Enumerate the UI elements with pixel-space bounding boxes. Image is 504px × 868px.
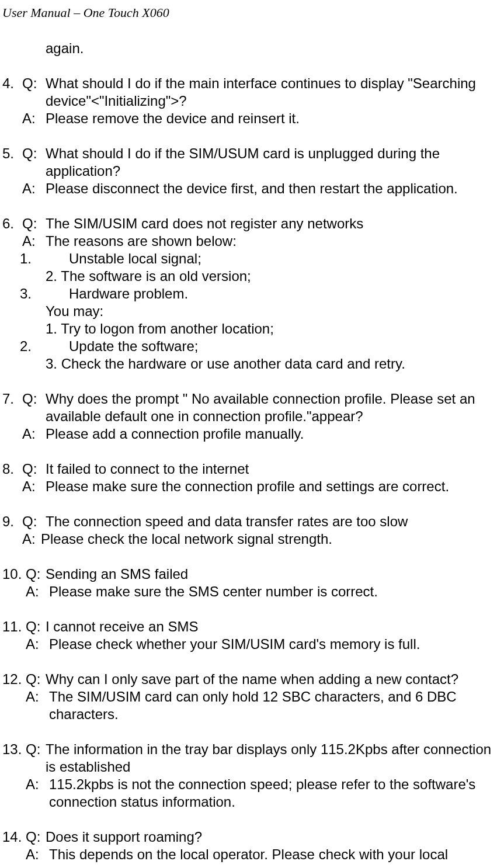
answer-row: 5.A:Please disconnect the device first, …	[2, 180, 502, 197]
answer-row: 14.A:This depends on the local operator.…	[2, 846, 502, 863]
question-row: 13.Q:The information in the tray bar dis…	[2, 741, 502, 776]
a-label: A:	[22, 478, 46, 495]
q-label: Q:	[22, 75, 46, 110]
question-text: What should I do if the SIM/USUM card is…	[46, 145, 502, 180]
q-label: Q:	[26, 565, 46, 583]
question-text: It failed to connect to the internet	[46, 460, 502, 478]
q-label: Q:	[22, 513, 46, 530]
item-number: 6.	[2, 215, 22, 232]
question-row: 5.Q:What should I do if the SIM/USUM car…	[2, 145, 502, 180]
item-number: 8.	[2, 460, 22, 478]
sub-number: 1.	[2, 250, 46, 268]
answer-row: 8.A:Please make sure the connection prof…	[2, 478, 502, 495]
answer-row: 12.A:The SIM/USIM card can only hold 12 …	[2, 688, 502, 723]
faq-item: 8.Q:It failed to connect to the internet…	[2, 460, 502, 495]
faq-item: 6.Q:The SIM/USIM card does not register …	[2, 215, 502, 373]
a-label: A:	[26, 583, 49, 600]
faq-item: 11.Q:I cannot receive an SMS11.A:Please …	[2, 618, 502, 653]
faq-item: 13.Q:The information in the tray bar dis…	[2, 741, 502, 811]
question-row: 4.Q:What should I do if the main interfa…	[2, 75, 502, 110]
item-number: 7.	[2, 390, 22, 425]
question-text: What should I do if the main interface c…	[46, 75, 502, 110]
sub-mid-text: You may:	[46, 303, 502, 320]
document-body: again. 4.Q:What should I do if the main …	[0, 21, 504, 863]
a-label: A:	[26, 688, 49, 723]
faq-item: 9.Q:The connection speed and data transf…	[2, 513, 502, 548]
sub-list-row: 1.Unstable local signal;	[2, 250, 502, 268]
sub-text: Unstable local signal;	[69, 250, 502, 268]
question-text: Sending an SMS failed	[46, 565, 502, 583]
item-number: 9.	[2, 513, 22, 530]
question-text: The connection speed and data transfer r…	[46, 513, 502, 530]
question-text: I cannot receive an SMS	[46, 618, 502, 636]
q-label: Q:	[22, 460, 46, 478]
sub-list-row: 2. The software is an old version;	[46, 268, 502, 285]
answer-row: 10.A:Please make sure the SMS center num…	[2, 583, 502, 600]
item-number: 13.	[2, 741, 26, 776]
question-text: Why does the prompt " No available conne…	[46, 390, 502, 425]
faq-item: 10.Q:Sending an SMS failed10.A:Please ma…	[2, 565, 502, 600]
answer-row: 4.A:Please remove the device and reinser…	[2, 110, 502, 127]
q-label: Q:	[26, 618, 46, 636]
answer-text: 115.2kpbs is not the connection speed; p…	[49, 776, 502, 811]
sub-list-row: 3.Hardware problem.	[2, 285, 502, 303]
answer-text: This depends on the local operator. Plea…	[49, 846, 502, 863]
q-label: Q:	[26, 828, 46, 846]
answer-text: The SIM/USIM card can only hold 12 SBC c…	[49, 688, 502, 723]
sub-text: Hardware problem.	[69, 285, 502, 303]
sub-text: Update the software;	[69, 338, 502, 355]
answer-text: Please check whether your SIM/USIM card'…	[49, 636, 502, 653]
a-label: A:	[22, 180, 46, 197]
faq-item: 4.Q:What should I do if the main interfa…	[2, 75, 502, 127]
question-row: 11.Q:I cannot receive an SMS	[2, 618, 502, 636]
item-number: 12.	[2, 671, 26, 688]
question-text: Does it support roaming?	[46, 828, 502, 846]
question-row: 9.Q:The connection speed and data transf…	[2, 513, 502, 530]
answer-text: Please make sure the connection profile …	[46, 478, 502, 495]
faq-item: 7.Q:Why does the prompt " No available c…	[2, 390, 502, 443]
a-label: A:	[26, 636, 49, 653]
question-row: 10.Q:Sending an SMS failed	[2, 565, 502, 583]
question-text: The SIM/USIM card does not register any …	[46, 215, 502, 232]
question-row: 6.Q:The SIM/USIM card does not register …	[2, 215, 502, 232]
sub-list-row: 3. Check the hardware or use another dat…	[46, 355, 502, 373]
page-header: User Manual – One Touch X060	[0, 0, 504, 21]
answer-row: 7.A:Please add a connection profile manu…	[2, 425, 502, 443]
answer-text: Please add a connection profile manually…	[46, 425, 502, 443]
item-number: 11.	[2, 618, 26, 636]
q-label: Q:	[22, 390, 46, 425]
sub-list-row: 2.Update the software;	[2, 338, 502, 355]
q-label: Q:	[26, 671, 46, 688]
a-label: A:	[22, 232, 46, 250]
answer-row: 11.A:Please check whether your SIM/USIM …	[2, 636, 502, 653]
answer-text: Please remove the device and reinsert it…	[46, 110, 502, 127]
faq-item: 14.Q:Does it support roaming?14.A:This d…	[2, 828, 502, 863]
a-label: A:	[22, 530, 41, 548]
question-text: Why can I only save part of the name whe…	[46, 671, 502, 688]
answer-row: 6.A:The reasons are shown below:	[2, 232, 502, 250]
a-label: A:	[22, 110, 46, 127]
sub-number: 2.	[2, 338, 46, 355]
q-label: Q:	[26, 741, 46, 776]
item-number: 14.	[2, 828, 26, 846]
question-row: 7.Q:Why does the prompt " No available c…	[2, 390, 502, 425]
sub-list-row: 1. Try to logon from another location;	[46, 320, 502, 338]
item-number: 10.	[2, 565, 26, 583]
answer-text: Please check the local network signal st…	[41, 530, 502, 548]
faq-item: 5.Q:What should I do if the SIM/USUM car…	[2, 145, 502, 197]
answer-row: 13.A:115.2kpbs is not the connection spe…	[2, 776, 502, 811]
item-number: 4.	[2, 75, 22, 110]
faq-item: 12.Q:Why can I only save part of the nam…	[2, 671, 502, 723]
q-label: Q:	[22, 145, 46, 180]
item-number: 5.	[2, 145, 22, 180]
question-row: 8.Q:It failed to connect to the internet	[2, 460, 502, 478]
question-row: 14.Q:Does it support roaming?	[2, 828, 502, 846]
question-text: The information in the tray bar displays…	[46, 741, 502, 776]
q-label: Q:	[22, 215, 46, 232]
answer-text: Please disconnect the device first, and …	[46, 180, 502, 197]
question-row: 12.Q:Why can I only save part of the nam…	[2, 671, 502, 688]
a-label: A:	[22, 425, 46, 443]
answer-text: The reasons are shown below:	[46, 232, 502, 250]
a-label: A:	[26, 846, 49, 863]
sub-number: 3.	[2, 285, 46, 303]
